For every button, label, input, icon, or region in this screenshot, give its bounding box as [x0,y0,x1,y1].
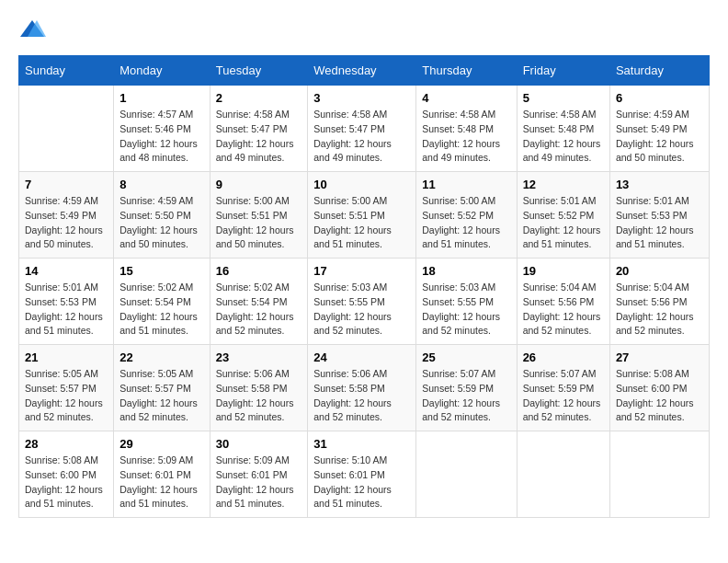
day-number: 28 [25,437,108,451]
day-cell [609,431,709,518]
day-number: 2 [216,91,301,105]
day-info: Sunrise: 5:01 AMSunset: 5:53 PMDaylight:… [25,281,108,339]
day-cell: 1 Sunrise: 4:57 AMSunset: 5:46 PMDayligh… [114,86,210,172]
day-info: Sunrise: 5:00 AMSunset: 5:51 PMDaylight:… [313,194,410,252]
day-number: 20 [616,264,703,278]
day-header-thursday: Thursday [416,56,517,86]
day-cell: 31 Sunrise: 5:10 AMSunset: 6:01 PMDaylig… [308,431,416,518]
day-number: 24 [313,350,410,364]
day-info: Sunrise: 4:57 AMSunset: 5:46 PMDaylight:… [119,108,204,166]
day-number: 21 [25,350,108,364]
day-header-wednesday: Wednesday [308,56,416,86]
day-number: 30 [216,437,301,451]
day-cell: 11 Sunrise: 5:00 AMSunset: 5:52 PMDaylig… [416,172,517,259]
day-cell: 13 Sunrise: 5:01 AMSunset: 5:53 PMDaylig… [609,172,709,259]
day-number: 31 [313,437,410,451]
day-number: 5 [523,91,604,105]
day-number: 18 [422,264,510,278]
week-row: 7 Sunrise: 4:59 AMSunset: 5:49 PMDayligh… [19,172,710,259]
day-cell: 3 Sunrise: 4:58 AMSunset: 5:47 PMDayligh… [308,86,416,172]
day-cell: 25 Sunrise: 5:07 AMSunset: 5:59 PMDaylig… [416,345,517,431]
day-number: 16 [216,264,301,278]
day-number: 22 [119,350,204,364]
day-number: 26 [523,350,604,364]
day-cell: 26 Sunrise: 5:07 AMSunset: 5:59 PMDaylig… [517,345,609,431]
day-info: Sunrise: 5:09 AMSunset: 6:01 PMDaylight:… [119,454,204,511]
day-number: 8 [119,178,204,191]
logo-icon [18,18,46,40]
day-info: Sunrise: 5:07 AMSunset: 5:59 PMDaylight:… [523,367,604,425]
day-number: 19 [523,264,604,278]
day-cell: 27 Sunrise: 5:08 AMSunset: 6:00 PMDaylig… [609,345,709,431]
day-cell: 18 Sunrise: 5:03 AMSunset: 5:55 PMDaylig… [416,259,517,345]
day-info: Sunrise: 5:01 AMSunset: 5:52 PMDaylight:… [523,194,604,252]
day-cell: 2 Sunrise: 4:58 AMSunset: 5:47 PMDayligh… [210,86,307,172]
day-number: 13 [616,178,703,191]
day-cell: 21 Sunrise: 5:05 AMSunset: 5:57 PMDaylig… [19,345,114,431]
day-number: 15 [119,264,204,278]
day-cell: 30 Sunrise: 5:09 AMSunset: 6:01 PMDaylig… [210,431,307,518]
week-row: 14 Sunrise: 5:01 AMSunset: 5:53 PMDaylig… [19,259,710,345]
day-cell: 5 Sunrise: 4:58 AMSunset: 5:48 PMDayligh… [517,86,609,172]
day-cell: 23 Sunrise: 5:06 AMSunset: 5:58 PMDaylig… [210,345,307,431]
day-info: Sunrise: 5:08 AMSunset: 6:00 PMDaylight:… [25,454,108,511]
day-header-tuesday: Tuesday [210,56,307,86]
day-cell: 20 Sunrise: 5:04 AMSunset: 5:56 PMDaylig… [609,259,709,345]
day-info: Sunrise: 5:05 AMSunset: 5:57 PMDaylight:… [119,367,204,425]
day-info: Sunrise: 4:58 AMSunset: 5:48 PMDaylight:… [422,108,510,166]
day-info: Sunrise: 5:03 AMSunset: 5:55 PMDaylight:… [313,281,410,339]
week-row: 1 Sunrise: 4:57 AMSunset: 5:46 PMDayligh… [19,86,710,172]
day-number: 12 [523,178,604,191]
day-info: Sunrise: 5:07 AMSunset: 5:59 PMDaylight:… [422,367,510,425]
day-number: 7 [25,178,108,191]
day-cell: 12 Sunrise: 5:01 AMSunset: 5:52 PMDaylig… [517,172,609,259]
logo [18,18,50,40]
day-info: Sunrise: 4:59 AMSunset: 5:49 PMDaylight:… [25,194,108,252]
day-cell: 7 Sunrise: 4:59 AMSunset: 5:49 PMDayligh… [19,172,114,259]
day-info: Sunrise: 5:02 AMSunset: 5:54 PMDaylight:… [216,281,301,339]
day-info: Sunrise: 4:59 AMSunset: 5:50 PMDaylight:… [119,194,204,252]
day-info: Sunrise: 5:00 AMSunset: 5:51 PMDaylight:… [216,194,301,252]
day-number: 10 [313,178,410,191]
day-cell: 10 Sunrise: 5:00 AMSunset: 5:51 PMDaylig… [308,172,416,259]
day-info: Sunrise: 5:02 AMSunset: 5:54 PMDaylight:… [119,281,204,339]
day-info: Sunrise: 5:06 AMSunset: 5:58 PMDaylight:… [216,367,301,425]
day-cell [416,431,517,518]
day-cell: 9 Sunrise: 5:00 AMSunset: 5:51 PMDayligh… [210,172,307,259]
day-header-sunday: Sunday [19,56,114,86]
day-header-monday: Monday [114,56,210,86]
day-info: Sunrise: 5:10 AMSunset: 6:01 PMDaylight:… [313,454,410,511]
day-info: Sunrise: 5:06 AMSunset: 5:58 PMDaylight:… [313,367,410,425]
day-number: 9 [216,178,301,191]
day-info: Sunrise: 5:04 AMSunset: 5:56 PMDaylight:… [523,281,604,339]
day-cell: 14 Sunrise: 5:01 AMSunset: 5:53 PMDaylig… [19,259,114,345]
day-cell: 8 Sunrise: 4:59 AMSunset: 5:50 PMDayligh… [114,172,210,259]
day-cell: 16 Sunrise: 5:02 AMSunset: 5:54 PMDaylig… [210,259,307,345]
day-header-friday: Friday [517,56,609,86]
day-number: 17 [313,264,410,278]
header [18,18,710,40]
day-info: Sunrise: 5:05 AMSunset: 5:57 PMDaylight:… [25,367,108,425]
day-number: 23 [216,350,301,364]
calendar-table: SundayMondayTuesdayWednesdayThursdayFrid… [18,55,710,518]
day-info: Sunrise: 4:58 AMSunset: 5:48 PMDaylight:… [523,108,604,166]
day-cell [517,431,609,518]
day-number: 3 [313,91,410,105]
day-cell: 6 Sunrise: 4:59 AMSunset: 5:49 PMDayligh… [609,86,709,172]
day-cell: 29 Sunrise: 5:09 AMSunset: 6:01 PMDaylig… [114,431,210,518]
day-cell: 4 Sunrise: 4:58 AMSunset: 5:48 PMDayligh… [416,86,517,172]
day-info: Sunrise: 5:09 AMSunset: 6:01 PMDaylight:… [216,454,301,511]
day-info: Sunrise: 5:08 AMSunset: 6:00 PMDaylight:… [616,367,703,425]
week-row: 28 Sunrise: 5:08 AMSunset: 6:00 PMDaylig… [19,431,710,518]
day-info: Sunrise: 5:00 AMSunset: 5:52 PMDaylight:… [422,194,510,252]
day-number: 4 [422,91,510,105]
day-number: 11 [422,178,510,191]
day-cell: 22 Sunrise: 5:05 AMSunset: 5:57 PMDaylig… [114,345,210,431]
header-row: SundayMondayTuesdayWednesdayThursdayFrid… [19,56,710,86]
day-info: Sunrise: 4:58 AMSunset: 5:47 PMDaylight:… [313,108,410,166]
day-cell: 24 Sunrise: 5:06 AMSunset: 5:58 PMDaylig… [308,345,416,431]
day-cell: 15 Sunrise: 5:02 AMSunset: 5:54 PMDaylig… [114,259,210,345]
week-row: 21 Sunrise: 5:05 AMSunset: 5:57 PMDaylig… [19,345,710,431]
day-number: 1 [119,91,204,105]
day-cell: 17 Sunrise: 5:03 AMSunset: 5:55 PMDaylig… [308,259,416,345]
